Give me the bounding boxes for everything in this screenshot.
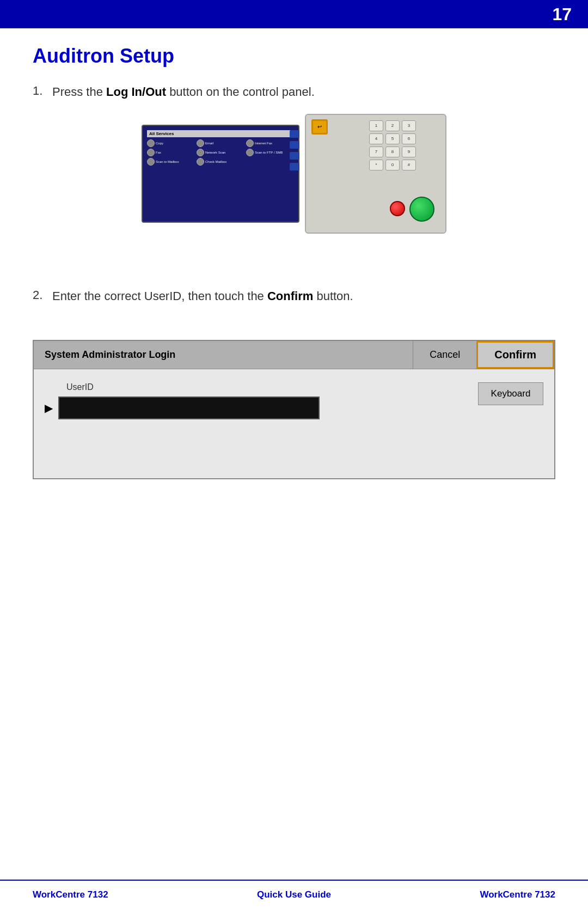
keypad-area: 1 2 3 4 5 6 7 8 9 * xyxy=(369,120,440,173)
dialog-right-panel: Keyboard xyxy=(478,382,543,446)
side-nav-buttons xyxy=(290,130,299,170)
login-dialog: System Administrator Login Cancel Confir… xyxy=(33,340,555,479)
start-button[interactable] xyxy=(409,197,434,222)
item-networkscan-label: Network Scan xyxy=(205,151,225,154)
keypad-hash[interactable]: # xyxy=(402,160,416,170)
footer-left-label: WorkCentre 7132 xyxy=(33,889,108,900)
list-item: Scan to Mailbox xyxy=(147,158,195,166)
step-2-after: button. xyxy=(313,289,353,303)
item-checkmailbox-label: Check Mailbox xyxy=(205,160,226,163)
step-1-number: 1. xyxy=(33,84,46,101)
header-bar: 17 xyxy=(0,0,588,28)
keypad-5[interactable]: 5 xyxy=(385,133,400,144)
dialog-header: System Administrator Login Cancel Confir… xyxy=(34,341,554,369)
keypad-row-1: 1 2 3 xyxy=(369,120,440,131)
printer-body: All Services Copy Email Internet Fax xyxy=(142,114,446,234)
network-scan-icon xyxy=(197,149,204,156)
printer-illustration: All Services Copy Email Internet Fax xyxy=(33,114,555,234)
email-icon xyxy=(197,139,204,147)
keyboard-button[interactable]: Keyboard xyxy=(478,382,543,405)
screen-grid: Copy Email Internet Fax Fax xyxy=(147,139,294,166)
control-panel: ↩ 1 2 3 4 5 6 7 8 xyxy=(305,114,446,234)
item-scanftp-label: Scan to FTP / SMB xyxy=(255,151,283,154)
footer-right-label: WorkCentre 7132 xyxy=(480,889,555,900)
side-btn-1 xyxy=(290,130,299,138)
step-2: 2. Enter the correct UserID, then touch … xyxy=(33,288,555,305)
userid-input[interactable] xyxy=(58,396,320,419)
login-out-button[interactable]: ↩ xyxy=(311,119,328,135)
userid-row: ▶ xyxy=(45,396,467,419)
keypad-row-3: 7 8 9 xyxy=(369,147,440,157)
spacer-2 xyxy=(33,318,555,329)
page-title: Auditron Setup xyxy=(33,45,555,68)
keypad-0[interactable]: 0 xyxy=(385,160,400,170)
dialog-left-panel: UserID ▶ xyxy=(45,382,467,446)
step-1-bold: Log In/Out xyxy=(106,85,166,99)
list-item: Copy xyxy=(147,139,195,147)
step-2-bold: Confirm xyxy=(267,289,313,303)
side-btn-3 xyxy=(290,152,299,160)
list-item: Internet Fax xyxy=(246,139,294,147)
footer-center-label: Quick Use Guide xyxy=(257,889,331,900)
keypad-6[interactable]: 6 xyxy=(402,133,416,144)
keypad-2[interactable]: 2 xyxy=(385,120,400,131)
keypad-9[interactable]: 9 xyxy=(402,147,416,157)
internet-fax-icon xyxy=(246,139,254,147)
printer-screen: All Services Copy Email Internet Fax xyxy=(142,125,299,223)
confirm-button[interactable]: Confirm xyxy=(476,341,554,369)
dialog-body: UserID ▶ Keyboard xyxy=(34,369,554,478)
step-1: 1. Press the Log In/Out button on the co… xyxy=(33,84,555,101)
dialog-title: System Administrator Login xyxy=(34,341,413,369)
step-1-after: button on the control panel. xyxy=(166,85,315,99)
keypad-8[interactable]: 8 xyxy=(385,147,400,157)
spacer-1 xyxy=(33,255,555,288)
list-item: Network Scan xyxy=(197,149,244,156)
list-item: Scan to FTP / SMB xyxy=(246,149,294,156)
keypad-3[interactable]: 3 xyxy=(402,120,416,131)
scan-ftp-icon xyxy=(246,149,254,156)
keypad-row-2: 4 5 6 xyxy=(369,133,440,144)
keypad-row-4: * 0 # xyxy=(369,160,440,170)
keypad-1[interactable]: 1 xyxy=(369,120,383,131)
copy-icon xyxy=(147,139,155,147)
footer: WorkCentre 7132 Quick Use Guide WorkCent… xyxy=(0,880,588,909)
screen-title: All Services xyxy=(147,130,294,137)
step-1-description: Press the Log In/Out button on the contr… xyxy=(52,84,315,101)
cancel-button[interactable]: Cancel xyxy=(413,341,476,369)
item-fax-label: Fax xyxy=(156,151,161,154)
side-btn-4 xyxy=(290,163,299,170)
item-internetfax-label: Internet Fax xyxy=(255,142,272,145)
keypad-star[interactable]: * xyxy=(369,160,383,170)
main-content: Auditron Setup 1. Press the Log In/Out b… xyxy=(0,28,588,523)
list-item: Fax xyxy=(147,149,195,156)
keypad-7[interactable]: 7 xyxy=(369,147,383,157)
userid-arrow-icon: ▶ xyxy=(45,401,53,414)
list-item: Email xyxy=(197,139,244,147)
step-2-description: Enter the correct UserID, then touch the… xyxy=(52,288,353,305)
page-number: 17 xyxy=(552,4,572,25)
check-mailbox-icon xyxy=(197,158,204,166)
fax-icon xyxy=(147,149,155,156)
keypad-4[interactable]: 4 xyxy=(369,133,383,144)
login-icon: ↩ xyxy=(317,124,322,130)
side-btn-2 xyxy=(290,141,299,149)
userid-label: UserID xyxy=(66,382,467,392)
scan-mailbox-icon xyxy=(147,158,155,166)
item-copy-label: Copy xyxy=(156,142,163,145)
list-item: Check Mailbox xyxy=(197,158,244,166)
item-scanmailbox-label: Scan to Mailbox xyxy=(156,160,179,163)
item-email-label: Email xyxy=(205,142,213,145)
stop-button[interactable] xyxy=(390,201,405,216)
step-2-number: 2. xyxy=(33,288,46,305)
